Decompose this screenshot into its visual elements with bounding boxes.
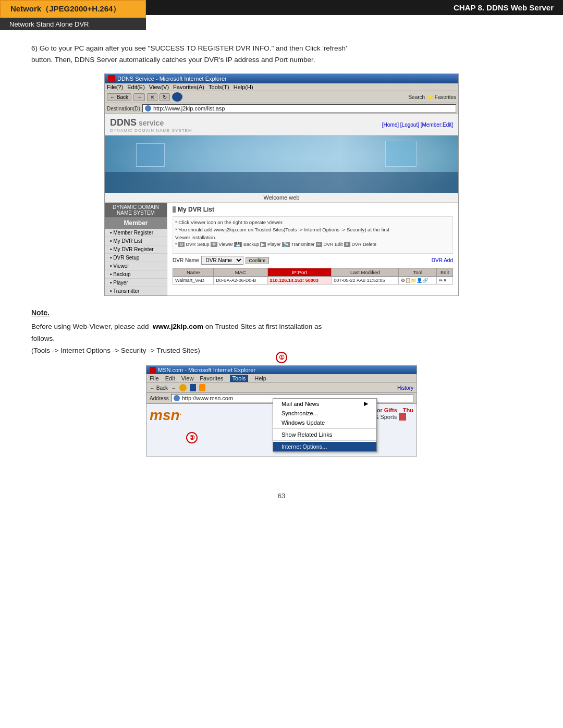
ddns-sidebar-backup[interactable]: Backup: [105, 270, 167, 279]
browser1-toolbar[interactable]: ← Back → ✕ ↻ Search ⭐ Favorites: [105, 91, 458, 103]
ddns-sidebar: DYNAMIC DOMAIN NAME SYSTEM Member Member…: [105, 203, 167, 295]
refresh-button[interactable]: ↻: [160, 93, 170, 101]
step6-line2: button. Then, DDNS Server automatically …: [31, 54, 532, 66]
ddns-logo: DDNS service DYNAMIC DOMAIN NAME SYSTEM: [110, 116, 192, 133]
browser2-menubar[interactable]: File Edit View Favorites Tools Help: [146, 374, 417, 383]
ddns-main-title: My DVR List: [173, 206, 453, 213]
browser2-titlebar: MSN.com - Microsoft Internet Explorer: [146, 366, 417, 374]
dropdown-windows-update[interactable]: Windows Update: [273, 418, 376, 427]
col-last-modified: Last Modified: [332, 268, 399, 277]
menu2-tools[interactable]: Tools: [230, 375, 249, 382]
refresh-icon-2[interactable]: [179, 384, 187, 391]
browser-window-1: DDNS Service - Microsoft Internet Explor…: [104, 73, 459, 296]
back-btn-2[interactable]: ← Back: [150, 385, 168, 391]
dropdown-synchronize[interactable]: Synchronize...: [273, 409, 376, 418]
browser2-container: ① MSN.com - Microsoft Internet Explorer …: [146, 365, 417, 456]
col-tool: Tool: [399, 268, 437, 277]
dropdown-internet-options[interactable]: Internet Options...: [273, 442, 376, 451]
note-line1: Before using Web-Viewer, please add www.…: [31, 321, 532, 333]
stop-button[interactable]: ✕: [147, 93, 157, 101]
search-label: Search: [408, 94, 425, 100]
dvr-ip-port-cell: 210.126.14.153: 50003: [267, 277, 332, 285]
col-mac: MAC: [214, 268, 267, 277]
forward-button[interactable]: →: [133, 93, 145, 101]
menu-help[interactable]: Help(H): [234, 84, 253, 90]
note-url: www.j2kip.com: [153, 323, 203, 330]
menu2-edit[interactable]: Edit: [165, 375, 175, 381]
menu-tools[interactable]: Tools(T): [209, 84, 229, 90]
ddns-sidebar-player[interactable]: Player: [105, 279, 167, 287]
address2-url: http://www.msn.com: [182, 395, 233, 401]
edit-icons[interactable]: ✏✕: [439, 278, 447, 283]
address2-icon: [174, 395, 180, 401]
favorites-label: ⭐ Favorites: [427, 94, 456, 100]
ddns-links[interactable]: [Home] [Logout] [Member:Edit]: [382, 122, 453, 128]
ddns-sidebar-viewer[interactable]: Viewer: [105, 262, 167, 270]
dvr-name-select[interactable]: DVR Name: [201, 256, 243, 265]
menu2-view[interactable]: View: [181, 375, 194, 381]
menu2-help[interactable]: Help: [254, 375, 266, 381]
dropdown-show-related[interactable]: Show Related Links: [273, 430, 376, 439]
ddns-main-area: My DVR List * Click Viewer icon on the r…: [167, 203, 458, 295]
menu-view[interactable]: View(V): [149, 84, 169, 90]
ddns-note1: * Click Viewer icon on the right to oper…: [175, 219, 450, 226]
dvr-edit-icon: ✏: [316, 242, 322, 247]
browser-icon: [172, 92, 182, 102]
home-icon-2[interactable]: [199, 384, 205, 391]
dvr-confirm-button[interactable]: Confirm: [246, 257, 270, 264]
menu2-favorites[interactable]: Favorites: [200, 375, 223, 381]
ddns-sidebar-dvr-list[interactable]: My DVR List: [105, 237, 167, 245]
ddns-content: DDNS service DYNAMIC DOMAIN NAME SYSTEM …: [105, 114, 458, 295]
ddns-sidebar-header: DYNAMIC DOMAIN NAME SYSTEM: [105, 203, 167, 217]
ddns-note3: Viewer installation.: [175, 234, 450, 241]
address2-label: Address: [150, 396, 169, 401]
dropdown-separator-2: [273, 440, 376, 441]
ddns-image-area: [105, 135, 458, 193]
dvr-delete-icon: ✕: [344, 242, 350, 247]
menu-file[interactable]: File(?): [107, 84, 123, 90]
tools-dropdown-menu[interactable]: Mail and News ▶ Synchronize... Windows U…: [273, 398, 377, 452]
address-box[interactable]: http://www.j2kip.com/list.asp: [142, 104, 456, 113]
dvr-controls[interactable]: DVR Name DVR Name Confirm DVR Add: [173, 256, 453, 265]
header-left-label: Network（JPEG2000+H.264）: [0, 0, 146, 18]
annotation-circle-1: ①: [276, 352, 287, 363]
ddns-welcome: Welcome web: [105, 193, 458, 203]
col-edit: Edit: [437, 268, 453, 277]
menu-edit[interactable]: Edit(E): [127, 84, 145, 90]
ddns-sidebar-transmitter[interactable]: Transmitter: [105, 287, 167, 295]
main-content: 6) Go to your PC again after you see "SU…: [0, 30, 563, 482]
browser1-title: DDNS Service - Microsoft Internet Explor…: [117, 76, 227, 82]
dvr-add-link[interactable]: DVR Add: [432, 257, 453, 263]
browser2-toolbar[interactable]: ← Back → History: [146, 383, 417, 393]
dvr-mac-cell: D0-BA-A2-06-D0-B: [214, 277, 267, 285]
address-label: Destination(D): [107, 106, 140, 112]
ddns-sidebar-dvr-register[interactable]: My DVR Register: [105, 245, 167, 254]
page-icon-2: [190, 384, 196, 391]
dvr-tool-cell: ⚙📋📁👤🔗: [399, 277, 437, 285]
ddns-sidebar-dvr-setup[interactable]: DVR Setup: [105, 254, 167, 262]
subheader-label: Network Stand Alone DVR: [0, 18, 146, 30]
menu2-file[interactable]: File: [150, 375, 159, 381]
back-button[interactable]: ← Back: [107, 93, 131, 101]
player-icon: ▶: [260, 242, 266, 247]
browser1-menubar[interactable]: File(?) Edit(E) View(V) Favorites(A) Too…: [105, 83, 458, 91]
transmitter-icon: 📡: [282, 242, 290, 247]
header-right-label: CHAP 8. DDNS Web Server: [146, 0, 563, 15]
ddns-note2: * You should add www.j2kip.com on Truste…: [175, 226, 450, 233]
history-label[interactable]: History: [397, 385, 413, 391]
browser2-title: MSN.com - Microsoft Internet Explorer: [158, 367, 255, 373]
step6-text: 6) Go to your PC again after you see "SU…: [31, 43, 532, 65]
address-icon: [145, 105, 151, 112]
fwd-btn-2[interactable]: →: [171, 385, 176, 391]
ddns-note-text: * Click Viewer icon on the right to oper…: [173, 216, 453, 254]
address-url: http://www.j2kip.com/list.asp: [153, 105, 225, 112]
page-header: Network（JPEG2000+H.264） Network Stand Al…: [0, 0, 563, 30]
tool-icons[interactable]: ⚙📋📁👤🔗: [401, 278, 428, 283]
dropdown-mail-news[interactable]: Mail and News ▶: [273, 399, 376, 409]
ddns-sidebar-member-register[interactable]: Member Register: [105, 229, 167, 237]
browser1-addressbar[interactable]: Destination(D) http://www.j2kip.com/list…: [105, 103, 458, 114]
menu-favorites[interactable]: Favorites(A): [173, 84, 204, 90]
dvr-table: Name MAC IP:Port Last Modified Tool Edit…: [173, 268, 453, 285]
col-name: Name: [173, 268, 214, 277]
color-swatch: [399, 413, 406, 421]
